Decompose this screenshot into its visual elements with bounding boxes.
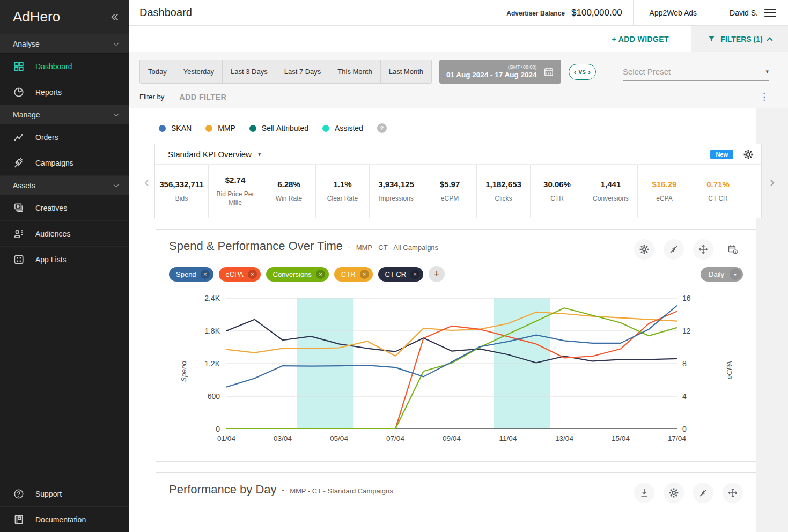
widget-actions — [634, 483, 743, 503]
x-axis: 01/0403/0405/0407/0409/0411/0413/0415/04… — [226, 434, 677, 445]
widget-download-button[interactable] — [634, 483, 654, 503]
stat-label: Bids — [175, 195, 188, 203]
widget-settings-button[interactable] — [664, 483, 684, 503]
account-switcher[interactable]: App2Web Ads — [634, 9, 713, 17]
widget-move-button[interactable] — [723, 483, 743, 503]
add-filter-button[interactable]: ADD FILTER — [179, 93, 226, 101]
sidebar-item-app-lists[interactable]: App Lists — [0, 247, 129, 272]
chip-spend[interactable]: Spend× — [169, 267, 213, 282]
balance-label: Advertiser Balance — [506, 10, 565, 17]
section-label: Manage — [13, 110, 40, 119]
metric-chips-row: Spend× eCPA× Conversions× CTR× CT CR× + … — [169, 266, 743, 282]
range-last-7-days-button[interactable]: Last 7 Days — [276, 60, 330, 84]
chevron-down-icon — [114, 111, 119, 116]
sidebar-section-analyse[interactable]: Analyse — [0, 34, 129, 54]
axis-tick-label: 4 — [682, 392, 687, 401]
kpi-next-chevron[interactable]: › — [770, 175, 775, 189]
sidebar-item-label: Audiences — [35, 230, 70, 238]
help-icon[interactable]: ? — [377, 123, 387, 133]
chevron-left-icon[interactable]: ‹ — [574, 68, 577, 76]
granularity-select[interactable]: Daily ▾ — [701, 267, 743, 282]
sidebar-item-reports[interactable]: Reports — [0, 79, 129, 105]
collapse-icon — [668, 244, 679, 255]
kpi-stat-bid-price: $2.74Bid Price Per Mille — [209, 165, 262, 218]
widget-collapse-button[interactable] — [664, 239, 684, 260]
sidebar-section-assets[interactable]: Assets — [0, 176, 129, 195]
sidebar-section-manage[interactable]: Manage — [0, 105, 129, 124]
kpi-prev-chevron[interactable]: ‹ — [144, 175, 149, 189]
legend-item-skan[interactable]: SKAN — [159, 124, 192, 132]
spend-chart-svg[interactable] — [226, 298, 677, 429]
remove-chip-icon[interactable]: × — [410, 270, 419, 279]
sidebar-item-support[interactable]: Support — [0, 481, 129, 506]
hamburger-menu-icon[interactable] — [764, 9, 776, 17]
chip-label: eCPA — [226, 270, 244, 278]
applists-icon — [13, 254, 25, 265]
series-line-ctr[interactable] — [226, 312, 677, 356]
widget-schedule-button[interactable] — [723, 239, 743, 260]
widget-title: Performance by Day — [169, 483, 277, 497]
range-yesterday-button[interactable]: Yesterday — [175, 60, 223, 84]
add-widget-button[interactable]: + ADD WIDGET — [612, 26, 669, 52]
legend-label: Assisted — [335, 124, 363, 132]
brand-logo: AdHero — [13, 9, 60, 25]
sidebar-item-orders[interactable]: Orders — [0, 124, 129, 150]
sidebar-item-dashboard[interactable]: Dashboard — [0, 54, 129, 79]
chip-ecpa[interactable]: eCPA× — [219, 267, 261, 282]
chip-conversions[interactable]: Conversions× — [266, 267, 329, 282]
legend-item-self-attributed[interactable]: Self Attributed — [249, 124, 308, 132]
pie-icon — [13, 86, 25, 98]
stat-label: CT CR — [708, 195, 727, 203]
date-range-picker[interactable]: (GMT+00:00) 01 Aug 2024 - 17 Aug 2024 — [439, 60, 561, 84]
funnel-icon — [708, 35, 716, 43]
remove-chip-icon[interactable]: × — [248, 270, 257, 279]
range-last-3-days-button[interactable]: Last 3 Days — [223, 60, 276, 84]
widget-collapse-button[interactable] — [693, 483, 713, 503]
sidebar-footer: Support Documentation — [0, 481, 129, 532]
legend-item-assisted[interactable]: Assisted — [322, 124, 363, 132]
chip-ctr[interactable]: CTR× — [334, 267, 373, 282]
remove-chip-icon[interactable]: × — [316, 270, 325, 279]
remove-chip-icon[interactable]: × — [201, 270, 210, 279]
remove-chip-icon[interactable]: × — [360, 270, 369, 279]
collapse-sidebar-icon[interactable] — [108, 11, 120, 23]
chip-ct-cr[interactable]: CT CR× — [378, 267, 423, 282]
chevron-down-icon — [114, 40, 119, 46]
caret-down-icon: ▾ — [765, 68, 769, 75]
caret-down-icon[interactable]: ▾ — [258, 151, 261, 158]
series-line-spend[interactable] — [226, 306, 677, 387]
timezone-label: (GMT+00:00) — [508, 64, 537, 70]
user-name[interactable]: David S. — [713, 9, 764, 17]
title-separator: - — [282, 486, 285, 494]
sidebar-item-campaigns[interactable]: Campaigns — [0, 150, 129, 176]
new-badge: New — [710, 150, 733, 159]
filters-toggle-button[interactable]: FILTERS (1) — [691, 26, 788, 52]
move-icon — [698, 244, 709, 255]
range-this-month-button[interactable]: This Month — [329, 60, 380, 84]
chevron-down-icon: ▾ — [730, 269, 741, 280]
compare-vs-control[interactable]: ‹ vs › — [569, 64, 596, 80]
series-line-ecpa[interactable] — [226, 311, 677, 429]
gear-icon[interactable] — [743, 149, 754, 160]
filter-by-label: Filter by — [139, 93, 164, 101]
legend-dot — [159, 125, 166, 132]
spend-performance-widget: Spend & Performance Over Time - MMP - CT… — [156, 229, 756, 462]
axis-tick-label: 11/04 — [499, 434, 517, 442]
add-metric-button[interactable]: + — [429, 266, 445, 282]
sidebar-item-documentation[interactable]: Documentation — [0, 506, 129, 532]
stat-value: 356,332,711 — [159, 180, 204, 189]
widget-move-button[interactable] — [693, 239, 713, 260]
chevron-right-icon[interactable]: › — [588, 68, 591, 76]
range-last-month-button[interactable]: Last Month — [381, 60, 432, 84]
preset-select[interactable]: Select Preset ▾ — [623, 63, 769, 81]
kebab-menu-icon[interactable]: ⋮ — [760, 92, 769, 101]
chevron-down-icon — [114, 182, 119, 187]
widget-settings-button[interactable] — [634, 239, 654, 260]
sidebar-item-audiences[interactable]: Audiences — [0, 221, 129, 247]
range-today-button[interactable]: Today — [139, 60, 175, 84]
kpi-strip-zone: ‹ › Standard KPI Overview ▾ New 356,332,… — [154, 144, 762, 218]
legend-item-mmp[interactable]: MMP — [205, 124, 235, 132]
sidebar-item-creatives[interactable]: Creatives — [0, 195, 129, 221]
sidebar-item-label: Campaigns — [35, 159, 73, 167]
legend-label: MMP — [218, 124, 235, 132]
